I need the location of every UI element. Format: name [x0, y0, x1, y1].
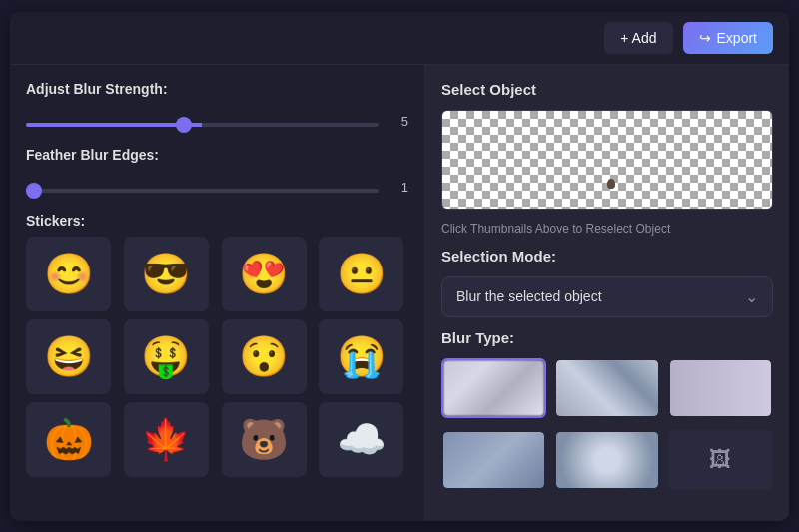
sticker-smile[interactable]: 😊: [26, 237, 111, 311]
app-container: + Add ↪ Export Adjust Blur Strength: 5 F…: [10, 12, 789, 521]
blur-type-upload[interactable]: 🖼: [668, 430, 773, 490]
selection-mode-dropdown[interactable]: Blur the selected object ⌄: [441, 276, 773, 317]
sticker-hushed[interactable]: 😯: [222, 319, 307, 394]
blur-type-grid: [441, 358, 773, 418]
blur-strength-label: Adjust Blur Strength:: [26, 81, 408, 97]
upload-icon: 🖼: [709, 447, 731, 473]
feather-blur-slider[interactable]: [26, 189, 379, 193]
blur-type-noise[interactable]: [554, 430, 659, 490]
feather-blur-section: Feather Blur Edges: 1: [26, 147, 408, 197]
feather-blur-value: 1: [389, 180, 408, 195]
right-panel: Select Object Click Thumbnails Above to …: [424, 65, 789, 521]
main-content: Adjust Blur Strength: 5 Feather Blur Edg…: [10, 65, 789, 521]
sticker-money-mouth[interactable]: 🤑: [124, 319, 209, 394]
feather-blur-label: Feather Blur Edges:: [26, 147, 408, 163]
sticker-bear[interactable]: 🐻: [222, 402, 307, 477]
stickers-section: Stickers: 😊😎😍😐😆🤑😯😭🎃🍁🐻☁️: [26, 213, 408, 477]
blur-type-streak[interactable]: [668, 358, 773, 418]
add-button[interactable]: + Add: [604, 22, 672, 54]
blur-type-pixelate[interactable]: [554, 358, 659, 418]
select-object-label: Select Object: [441, 81, 773, 98]
blur-type-row2: 🖼: [441, 430, 773, 490]
export-icon: ↪: [699, 30, 711, 46]
stickers-grid: 😊😎😍😐😆🤑😯😭🎃🍁🐻☁️: [26, 237, 408, 477]
selection-mode-value: Blur the selected object: [456, 288, 602, 304]
blur-strength-slider[interactable]: [26, 123, 379, 127]
sticker-pumpkin[interactable]: 🎃: [26, 402, 111, 477]
blur-thumb-3: [670, 360, 771, 416]
top-bar: + Add ↪ Export: [10, 12, 789, 65]
blur-type-radial[interactable]: [441, 430, 546, 490]
sticker-crying[interactable]: 😭: [319, 319, 403, 394]
sticker-laughing[interactable]: 😆: [26, 319, 111, 394]
selection-mode-label: Selection Mode:: [441, 248, 773, 265]
sticker-cloud[interactable]: ☁️: [319, 402, 403, 477]
blur-type-gaussian[interactable]: [441, 358, 546, 418]
sticker-heart-eyes[interactable]: 😍: [222, 237, 307, 311]
stickers-label: Stickers:: [26, 213, 408, 229]
export-button[interactable]: ↪ Export: [683, 22, 773, 54]
blur-strength-section: Adjust Blur Strength: 5: [26, 81, 408, 131]
blur-thumb-1: [443, 360, 544, 416]
blur-thumb-5: [556, 432, 657, 488]
blur-thumb-4: [443, 432, 544, 488]
thumbnail-area[interactable]: [441, 110, 773, 210]
feather-blur-slider-wrapper: [26, 179, 379, 197]
blur-thumb-2: [556, 360, 657, 416]
blur-strength-row: 5: [26, 113, 408, 131]
sticker-sunglasses[interactable]: 😎: [124, 237, 209, 311]
reselect-hint: Click Thumbnails Above to Reselect Objec…: [441, 222, 773, 236]
blur-type-label: Blur Type:: [441, 329, 773, 346]
chevron-down-icon: ⌄: [745, 287, 758, 306]
blur-strength-value: 5: [389, 114, 408, 129]
thumbnail-dot: [607, 179, 615, 189]
sticker-neutral[interactable]: 😐: [319, 237, 403, 311]
feather-blur-row: 1: [26, 179, 408, 197]
left-panel: Adjust Blur Strength: 5 Feather Blur Edg…: [10, 65, 424, 521]
export-label: Export: [717, 30, 757, 46]
blur-strength-slider-wrapper: [26, 113, 379, 131]
sticker-maple-leaf[interactable]: 🍁: [124, 402, 209, 477]
